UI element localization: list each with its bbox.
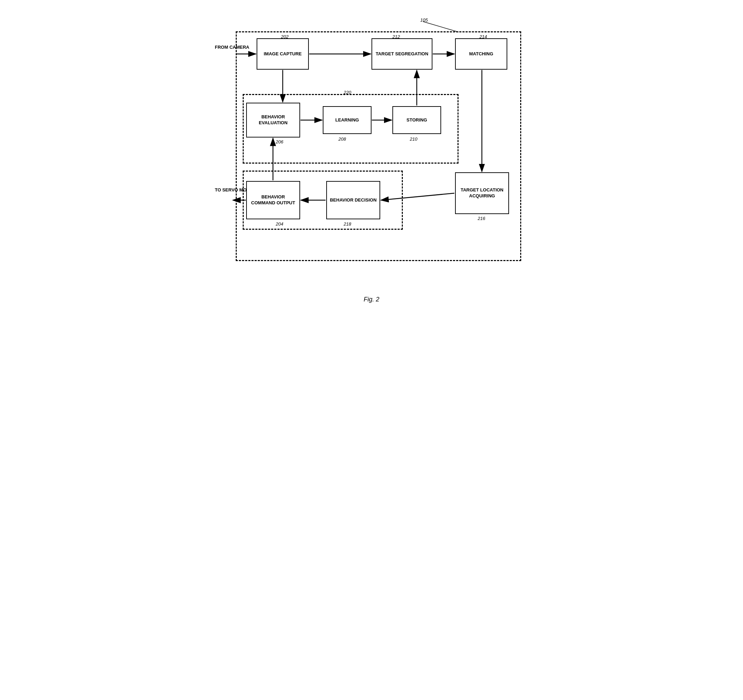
ref-220: 220 bbox=[343, 90, 351, 95]
ref-204: 204 bbox=[276, 221, 283, 226]
svg-line-14 bbox=[423, 22, 459, 32]
ref-218: 218 bbox=[343, 221, 351, 226]
ref-206: 206 bbox=[276, 139, 283, 145]
ref-216: 216 bbox=[478, 216, 485, 221]
behavior-decision-block: BEHAVIOR DECISION bbox=[326, 181, 380, 219]
ref-214: 214 bbox=[480, 34, 487, 39]
diagram: 105 FROM CAMERA TO SERVO MOTOR IMAGE CAP… bbox=[215, 14, 528, 286]
matching-block: MATCHING bbox=[455, 38, 507, 70]
behavior-evaluation-block: BEHAVIOR EVALUATION bbox=[246, 103, 300, 138]
ref-212: 212 bbox=[392, 34, 400, 39]
image-capture-block: IMAGE CAPTURE bbox=[257, 38, 309, 70]
storing-block: STORING bbox=[392, 106, 441, 134]
from-camera-label: FROM CAMERA bbox=[215, 44, 249, 50]
figure-caption: Fig. 2 bbox=[364, 296, 379, 303]
ref-208: 208 bbox=[338, 136, 346, 142]
ref-202: 202 bbox=[281, 34, 289, 39]
learning-block: LEARNING bbox=[323, 106, 372, 134]
ref-105: 105 bbox=[420, 18, 428, 23]
behavior-command-output-block: BEHAVIOR COMMAND OUTPUT bbox=[246, 181, 300, 219]
ref-210: 210 bbox=[410, 136, 417, 142]
target-location-acquiring-block: TARGET LOCATION ACQUIRING bbox=[455, 172, 509, 214]
target-segregation-block: TARGET SEGREGATION bbox=[372, 38, 432, 70]
